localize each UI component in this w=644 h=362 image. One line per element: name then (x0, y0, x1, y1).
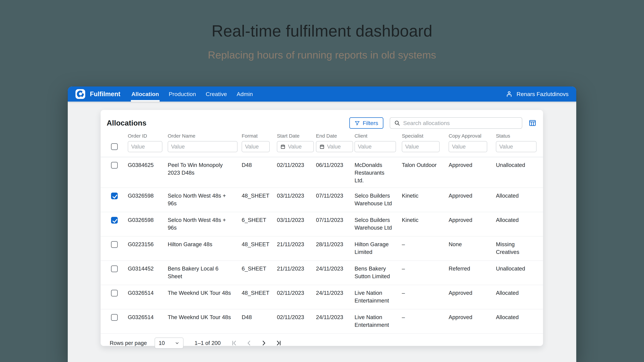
table-row: G0326598 Selco North West 48s + 96s 6_SH… (100, 212, 543, 237)
nav-item-creative[interactable]: Creative (206, 86, 227, 102)
column-settings-button[interactable] (528, 119, 536, 127)
table-row: G0326598 Selco North West 48s + 96s 48_S… (100, 188, 543, 212)
column-header-order-name: Order Name (168, 133, 242, 139)
table-body: G0384625 Peel To Win Monopoly 2023 D48s … (100, 157, 543, 334)
cell-specialist: Talon Outdoor (402, 161, 448, 185)
app-window: Fulfilment Allocation Production Creativ… (68, 86, 576, 362)
main-nav: Allocation Production Creative Admin (132, 86, 263, 102)
filter-input-copy-approval[interactable] (452, 143, 484, 150)
user-icon (506, 90, 513, 98)
column-header-client: Client (354, 133, 402, 139)
filter-input-client[interactable] (358, 143, 392, 150)
cell-format: 6_SHEET (242, 265, 277, 282)
cell-client: Selco Builders Warehouse Ltd (354, 216, 402, 233)
card-title: Allocations (107, 119, 146, 127)
filter-input-order-name[interactable] (171, 143, 234, 150)
cell-start-date: 02/11/2023 (277, 289, 316, 306)
column-header-order-id: Order ID (128, 133, 168, 139)
cell-copy-approval: Approved (448, 313, 496, 330)
brand-name: Fulfilment (90, 90, 120, 98)
cell-end-date: 06/11/2023 (316, 161, 354, 185)
row-checkbox[interactable] (111, 162, 118, 169)
column-header-start-date: Start Date (277, 133, 316, 139)
rows-per-page-select[interactable]: 10 (155, 338, 184, 349)
user-menu[interactable]: Renars Fazlutdinovs (506, 86, 568, 102)
last-page-button[interactable] (276, 340, 282, 346)
cell-format: 48_SHEET (242, 241, 277, 257)
filters-button[interactable]: Filters (349, 117, 384, 129)
row-checkbox[interactable] (111, 266, 118, 272)
row-checkbox[interactable] (111, 241, 118, 248)
filter-input-start-date[interactable] (288, 143, 310, 150)
cell-order-name: Peel To Win Monopoly 2023 D48s (168, 161, 242, 185)
previous-page-button[interactable] (246, 340, 252, 346)
cell-order-id: G0326514 (128, 313, 168, 330)
cell-status: Allocated (496, 289, 543, 306)
row-checkbox[interactable] (111, 290, 118, 297)
table-row: G0384625 Peel To Win Monopoly 2023 D48s … (100, 157, 543, 188)
filter-input-format[interactable] (245, 143, 266, 150)
cell-format: D48 (242, 161, 277, 185)
filter-input-end-date[interactable] (327, 143, 350, 150)
column-header-copy-approval: Copy Approval (448, 133, 496, 139)
nav-item-admin[interactable]: Admin (237, 86, 253, 102)
cell-end-date: 24/11/2023 (316, 313, 354, 330)
first-page-icon (231, 340, 238, 346)
cell-copy-approval: Approved (448, 289, 496, 306)
chevron-right-icon (260, 340, 267, 346)
cell-order-name: The Weeknd UK Tour 48s (168, 289, 242, 306)
cell-status: Unallocated (496, 265, 543, 282)
search-input[interactable] (403, 120, 518, 126)
chevron-left-icon (246, 340, 252, 346)
cell-start-date: 03/11/2023 (277, 216, 316, 233)
calendar-icon (280, 144, 286, 149)
cell-start-date: 21/11/2023 (277, 265, 316, 282)
cell-order-id: G0384625 (128, 161, 168, 185)
cell-client: Live Nation Entertainment (354, 313, 402, 330)
row-checkbox[interactable] (111, 314, 118, 321)
table-header-row: Order ID Order Name Format Start Date En… (100, 133, 543, 139)
filter-input-specialist[interactable] (405, 143, 436, 150)
search-box (390, 117, 522, 129)
cell-end-date: 28/11/2023 (316, 241, 354, 257)
cell-specialist: – (402, 265, 448, 282)
row-checkbox[interactable] (111, 193, 118, 199)
cell-copy-approval: Approved (448, 216, 496, 233)
cell-client: McDonalds Restaurants Ltd. (354, 161, 402, 185)
filter-input-order-id[interactable] (131, 143, 159, 150)
cell-start-date: 02/11/2023 (277, 161, 316, 185)
cell-end-date: 24/11/2023 (316, 289, 354, 306)
page-title: Real-time fulfilment dashboard (0, 22, 644, 40)
cell-status: Allocated (496, 216, 543, 233)
column-header-status: Status (496, 133, 543, 139)
cell-specialist: – (402, 313, 448, 330)
first-page-button[interactable] (231, 340, 238, 346)
page-subtitle: Replacing hours of running reports in ol… (0, 49, 644, 61)
select-all-checkbox[interactable] (111, 143, 118, 150)
chevron-down-icon (175, 341, 180, 346)
column-header-format: Format (242, 133, 277, 139)
cell-end-date: 07/11/2023 (316, 192, 354, 209)
next-page-button[interactable] (260, 340, 267, 346)
nav-item-allocation[interactable]: Allocation (132, 86, 159, 102)
table-row: G0314452 Bens Bakery Local 6 Sheet 6_SHE… (100, 261, 543, 285)
pagination-bar: Rows per page 10 1–1 of 200 (100, 334, 543, 353)
cell-order-id: G0326598 (128, 192, 168, 209)
cell-client: Bens Bakery Sutton Limited (354, 265, 402, 282)
cell-copy-approval: None (448, 241, 496, 257)
filter-input-status[interactable] (499, 143, 533, 150)
cell-order-name: Selco North West 48s + 96s (168, 216, 242, 233)
app-header: Fulfilment Allocation Production Creativ… (68, 86, 576, 102)
column-header-end-date: End Date (316, 133, 354, 139)
cell-order-name: Hilton Garage 48s (168, 241, 242, 257)
cell-copy-approval: Referred (448, 265, 496, 282)
cell-status: Allocated (496, 192, 543, 209)
cell-end-date: 24/11/2023 (316, 265, 354, 282)
cell-status: Unallocated (496, 161, 543, 185)
nav-item-production[interactable]: Production (169, 86, 196, 102)
row-checkbox[interactable] (111, 217, 118, 224)
last-page-icon (276, 340, 282, 346)
cell-specialist: – (402, 289, 448, 306)
allocations-card: Allocations Filters (100, 110, 543, 346)
cell-copy-approval: Approved (448, 192, 496, 209)
